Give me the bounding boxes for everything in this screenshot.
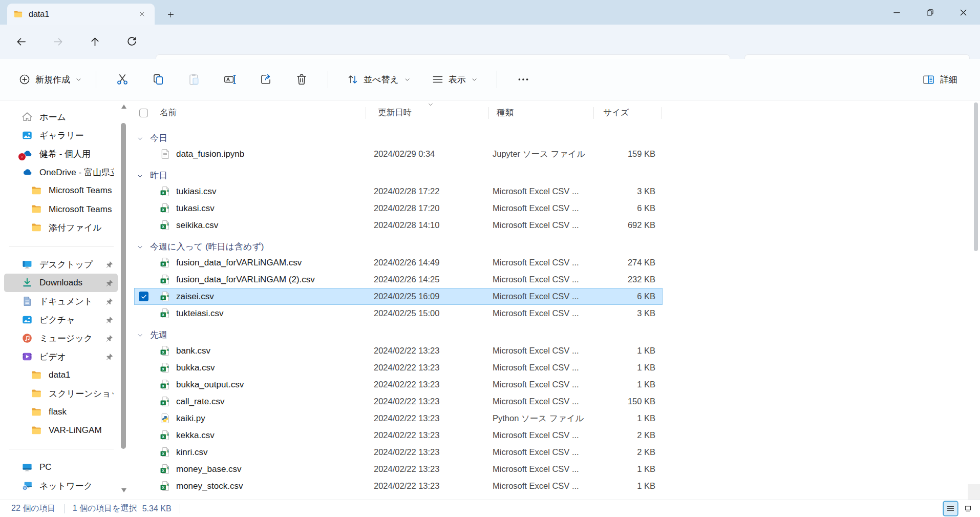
column-header-type[interactable]: 種類	[493, 107, 599, 118]
sidebar-item-label: data1	[49, 370, 114, 380]
more-button[interactable]	[512, 68, 535, 91]
group-header-yesterday[interactable]: 昨日	[134, 168, 663, 183]
column-header-size[interactable]: サイズ	[599, 107, 663, 118]
file-row[interactable]: money_base.csv 2024/02/22 13:23 Microsof…	[134, 461, 663, 478]
new-button[interactable]: 新規作成	[13, 70, 88, 89]
refresh-button[interactable]	[125, 35, 138, 49]
large-icons-view-button[interactable]	[961, 502, 975, 515]
sidebar-item-teams-chat[interactable]: Microsoft Teams チ	[4, 200, 118, 218]
sidebar-item-documents[interactable]: ドキュメント	[4, 292, 118, 311]
close-icon	[138, 10, 146, 18]
main-scrollbar-thumb[interactable]	[974, 102, 978, 251]
cut-button[interactable]	[111, 68, 134, 91]
scrollbar-corner	[968, 484, 980, 500]
sidebar-item-onedrive-personal[interactable]: 健希 - 個人用	[4, 144, 118, 163]
sidebar-item-desktop[interactable]: デスクトップ	[4, 255, 118, 274]
group-header-today[interactable]: 今日	[134, 130, 663, 146]
details-view-button[interactable]	[944, 502, 957, 515]
file-row-selected[interactable]: zaisei.csv 2024/02/25 16:09 Microsoft Ex…	[134, 288, 663, 305]
file-type: Python ソース ファイル	[493, 413, 599, 424]
excel-csv-file-icon	[160, 430, 171, 441]
column-header-date[interactable]: 更新日時	[374, 107, 493, 118]
main-scrollbar[interactable]	[973, 101, 979, 479]
sidebar-scrollbar[interactable]	[120, 104, 127, 493]
up-button[interactable]	[88, 35, 101, 49]
sidebar-item-flask[interactable]: flask	[4, 403, 118, 421]
scroll-down-icon[interactable]	[121, 488, 126, 492]
sidebar-item-videos[interactable]: ビデオ	[4, 347, 118, 366]
sidebar-item-gallery[interactable]: ギャラリー	[4, 126, 118, 144]
tab-close-button[interactable]	[135, 8, 148, 21]
column-header-name[interactable]: 名前	[154, 107, 374, 118]
file-row[interactable]: bank.csv 2024/02/22 13:23 Microsoft Exce…	[134, 342, 663, 359]
restore-button[interactable]	[913, 0, 947, 25]
excel-csv-file-icon	[160, 220, 171, 231]
file-row[interactable]: fusion_data_forVARLiNGAM (2).csv 2024/02…	[134, 271, 663, 288]
sort-button[interactable]: 並べ替え	[342, 70, 416, 89]
folder-icon	[31, 203, 42, 215]
chevron-down-icon	[136, 135, 144, 142]
paste-button[interactable]	[182, 68, 206, 91]
group-header-last-week[interactable]: 先週	[134, 327, 663, 342]
select-all-checkbox[interactable]	[139, 109, 148, 117]
file-row[interactable]: fusion_data_forVARLiNGAM.csv 2024/02/26 …	[134, 254, 663, 271]
rename-button[interactable]	[218, 68, 242, 91]
sidebar-item-downloads[interactable]: Downloads	[4, 274, 118, 292]
row-checkbox[interactable]	[139, 292, 148, 301]
file-row[interactable]: call_rate.csv 2024/02/22 13:23 Microsoft…	[134, 393, 663, 410]
column-separator[interactable]	[366, 107, 366, 119]
sidebar-scrollbar-thumb[interactable]	[121, 123, 126, 449]
new-tab-button[interactable]	[163, 7, 178, 22]
share-button[interactable]	[254, 68, 278, 91]
sidebar-item-network[interactable]: ネットワーク	[4, 477, 118, 495]
file-type: Microsoft Excel CSV ...	[493, 258, 599, 267]
column-separator[interactable]	[662, 107, 662, 119]
sidebar-item-label: VAR-LiNGAM	[49, 425, 114, 436]
file-date: 2024/02/22 13:23	[374, 464, 493, 474]
sidebar-item-music[interactable]: ミュージック	[4, 329, 118, 347]
file-row[interactable]: tukiasi.csv 2024/02/28 17:22 Microsoft E…	[134, 183, 663, 200]
file-row[interactable]: kinri.csv 2024/02/22 13:23 Microsoft Exc…	[134, 444, 663, 461]
column-separator[interactable]	[488, 107, 489, 119]
more-icon	[517, 73, 530, 86]
group-header-earlier-this-week[interactable]: 今週に入って (昨日は含めず)	[134, 239, 663, 254]
view-button[interactable]: 表示	[427, 70, 483, 89]
forward-button[interactable]	[51, 35, 65, 49]
file-type: Microsoft Excel CSV ...	[493, 481, 599, 491]
close-button[interactable]	[947, 0, 980, 25]
delete-button[interactable]	[290, 68, 313, 91]
file-row[interactable]: money_stock.csv 2024/02/22 13:23 Microso…	[134, 478, 663, 494]
file-row[interactable]: tukasi.csv 2024/02/28 17:20 Microsoft Ex…	[134, 200, 663, 217]
sidebar-item-home[interactable]: ホーム	[4, 108, 118, 126]
column-separator[interactable]	[593, 107, 594, 119]
minimize-button[interactable]	[880, 0, 913, 25]
file-row[interactable]: tukteiasi.csv 2024/02/25 15:00 Microsoft…	[134, 305, 663, 322]
sidebar-item-var-lingam[interactable]: VAR-LiNGAM	[4, 421, 118, 440]
sidebar-item-onedrive-org[interactable]: OneDrive - 富山県立	[4, 163, 118, 181]
details-pane-button[interactable]: 詳細	[917, 70, 963, 89]
sidebar-item-label: flask	[49, 407, 114, 417]
file-size: 1 KB	[599, 464, 663, 474]
file-row[interactable]: kaiki.py 2024/02/22 13:23 Python ソース ファイ…	[134, 410, 663, 427]
copy-button[interactable]	[146, 68, 170, 91]
tab-data1[interactable]: data1	[7, 4, 155, 25]
file-row[interactable]: bukka_output.csv 2024/02/22 13:23 Micros…	[134, 376, 663, 393]
file-type: Microsoft Excel CSV ...	[493, 447, 599, 457]
scroll-up-icon[interactable]	[121, 105, 126, 109]
delete-icon	[295, 73, 308, 86]
file-row[interactable]: bukka.csv 2024/02/22 13:23 Microsoft Exc…	[134, 359, 663, 376]
excel-csv-file-icon	[160, 447, 171, 458]
sidebar-item-teams-c[interactable]: Microsoft Teams C	[4, 181, 118, 200]
network-icon	[22, 480, 33, 491]
back-button[interactable]	[14, 35, 28, 49]
plus-circle-icon	[18, 73, 31, 86]
file-row[interactable]: kekka.csv 2024/02/22 13:23 Microsoft Exc…	[134, 427, 663, 444]
file-name: kekka.csv	[176, 430, 215, 441]
sidebar-item-pictures[interactable]: ピクチャ	[4, 311, 118, 329]
sidebar-item-screenshots[interactable]: スクリーンショット	[4, 384, 118, 403]
sidebar-item-data1[interactable]: data1	[4, 366, 118, 384]
sidebar-item-pc[interactable]: PC	[4, 458, 118, 477]
sidebar-item-attachments[interactable]: 添付ファイル	[4, 218, 118, 237]
file-row[interactable]: data_fusion.ipynb 2024/02/29 0:34 Jupyte…	[134, 146, 663, 162]
file-row[interactable]: seikika.csv 2024/02/28 14:10 Microsoft E…	[134, 217, 663, 234]
